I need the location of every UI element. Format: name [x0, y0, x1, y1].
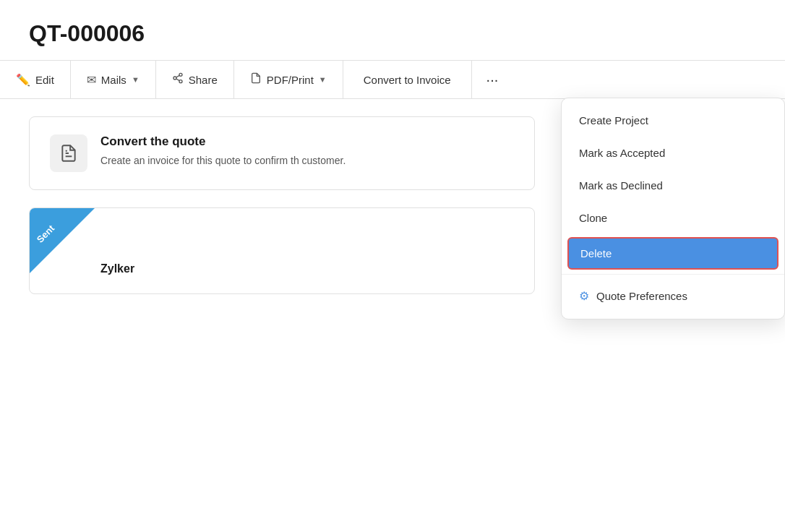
mails-label: Mails: [101, 74, 126, 86]
toolbar: ✏️ Edit ✉ Mails ▼ Share: [0, 60, 785, 99]
sent-ribbon-text: Sent: [30, 210, 70, 258]
svg-point-2: [179, 80, 182, 83]
mails-icon: ✉: [87, 73, 96, 87]
mark-accepted-label: Mark as Accepted: [579, 147, 665, 159]
pdf-print-button[interactable]: PDF/Print ▼: [234, 61, 343, 98]
gear-icon: ⚙: [579, 289, 589, 303]
quote-icon-box: [50, 134, 87, 172]
dropdown-divider: [562, 274, 784, 275]
sent-ribbon: Sent: [30, 208, 95, 273]
dropdown-item-mark-accepted[interactable]: Mark as Accepted: [562, 137, 784, 169]
svg-point-1: [173, 77, 176, 80]
mails-chevron-icon: ▼: [132, 75, 140, 84]
dropdown-item-clone[interactable]: Clone: [562, 202, 784, 234]
toolbar-wrapper: ✏️ Edit ✉ Mails ▼ Share: [0, 60, 785, 99]
document-icon: [59, 144, 78, 163]
edit-label: Edit: [35, 74, 54, 86]
quote-card-title: Convert the quote: [100, 134, 346, 149]
dropdown-item-quote-preferences[interactable]: ⚙ Quote Preferences: [562, 279, 784, 313]
page-title-area: QT-000006: [0, 0, 785, 60]
mails-button[interactable]: ✉ Mails ▼: [71, 61, 156, 98]
convert-to-invoice-button[interactable]: Convert to Invoice: [343, 61, 472, 98]
convert-quote-card: Convert the quote Create an invoice for …: [29, 116, 535, 190]
create-project-label: Create Project: [579, 114, 648, 126]
pdf-print-icon: [250, 72, 262, 87]
sent-card: Sent Zylker: [29, 207, 535, 294]
svg-line-3: [176, 79, 179, 81]
svg-line-4: [176, 75, 179, 77]
share-icon: [172, 72, 184, 87]
svg-point-0: [179, 73, 182, 76]
page-title: QT-000006: [29, 20, 756, 47]
delete-label: Delete: [580, 247, 612, 259]
mark-declined-label: Mark as Declined: [579, 179, 663, 192]
share-label: Share: [189, 74, 218, 86]
more-options-icon: ···: [486, 72, 499, 87]
quote-preferences-label: Quote Preferences: [596, 290, 687, 302]
share-button[interactable]: Share: [156, 61, 234, 98]
quote-card-text: Create an invoice for this quote to conf…: [100, 153, 346, 168]
edit-button[interactable]: ✏️ Edit: [0, 61, 71, 98]
pdf-print-label: PDF/Print: [267, 74, 314, 86]
edit-icon: ✏️: [16, 73, 30, 87]
dropdown-menu: Create Project Mark as Accepted Mark as …: [561, 98, 785, 319]
quote-card-content: Convert the quote Create an invoice for …: [100, 134, 346, 168]
clone-label: Clone: [579, 212, 607, 224]
dropdown-item-create-project[interactable]: Create Project: [562, 104, 784, 137]
convert-label: Convert to Invoice: [364, 74, 451, 86]
pdf-chevron-icon: ▼: [319, 75, 327, 84]
more-options-button[interactable]: ···: [472, 61, 513, 98]
customer-name: Zylker: [100, 262, 514, 275]
dropdown-item-mark-declined[interactable]: Mark as Declined: [562, 169, 784, 202]
dropdown-item-delete[interactable]: Delete: [567, 237, 778, 270]
